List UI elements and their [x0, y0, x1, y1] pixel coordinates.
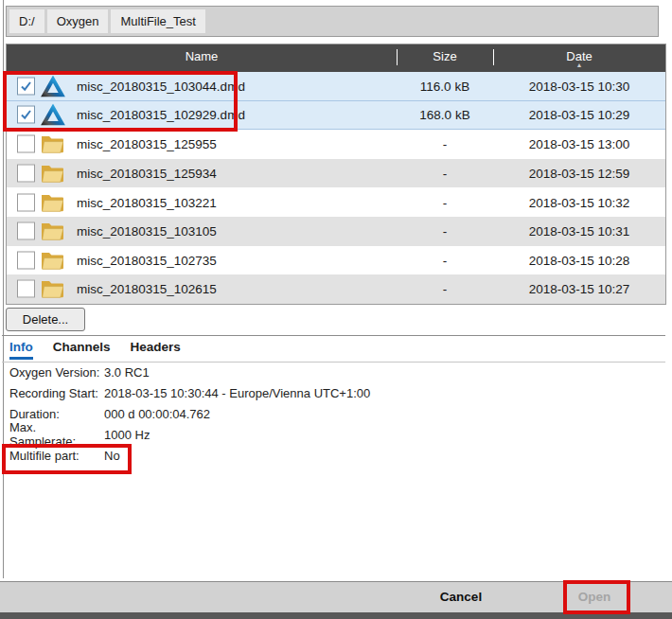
open-button[interactable]: Open: [565, 582, 624, 611]
file-date: 2018-03-15 10:28: [493, 253, 665, 267]
info-value: 3.0 RC1: [104, 365, 150, 380]
table-row[interactable]: misc_20180315_125934 - 2018-03-15 12:59: [7, 159, 665, 188]
row-checkbox[interactable]: [17, 222, 35, 240]
sort-ascending-icon: ▲: [493, 62, 665, 69]
file-table: Name Size Date ▲ misc_20180315_103044.dm…: [6, 44, 666, 305]
file-date: 2018-03-15 13:00: [493, 137, 665, 151]
table-row[interactable]: misc_20180315_125955 - 2018-03-15 13:00: [7, 130, 665, 159]
detail-tabs: Info Channels Headers: [9, 340, 181, 360]
row-checkbox-checked[interactable]: [17, 106, 35, 124]
info-field-duration: Duration: 000 d 00:00:04.762: [9, 403, 663, 424]
row-checkbox[interactable]: [17, 135, 35, 153]
file-size: 116.0 kB: [397, 79, 493, 93]
info-field-oxygen-version: Oxygen Version: 3.0 RC1: [9, 362, 663, 382]
table-row[interactable]: misc_20180315_102735 - 2018-03-15 10:28: [7, 246, 665, 275]
file-size: -: [397, 137, 493, 151]
file-name: misc_20180315_102735: [77, 253, 217, 267]
column-header-name[interactable]: Name: [7, 49, 397, 63]
file-size: 168.0 kB: [397, 108, 493, 122]
section-divider: [2, 335, 665, 336]
file-size: -: [397, 282, 493, 296]
info-value: 2018-03-15 10:30:44 - Europe/Vienna UTC+…: [104, 386, 370, 400]
info-label: Oxygen Version:: [9, 365, 104, 380]
table-row[interactable]: misc_20180315_103105 - 2018-03-15 10:31: [7, 217, 665, 246]
breadcrumb-item-oxygen[interactable]: Oxygen: [47, 9, 109, 33]
info-field-max-samplerate: Max. Samplerate: 1000 Hz: [9, 424, 663, 445]
file-name: misc_20180315_102615: [77, 282, 217, 296]
file-date: 2018-03-15 12:59: [493, 167, 665, 181]
folder-icon: [41, 193, 63, 212]
info-label: Recording Start:: [9, 386, 104, 400]
info-value: 1000 Hz: [104, 428, 150, 442]
row-checkbox[interactable]: [17, 165, 35, 183]
table-row[interactable]: misc_20180315_103044.dmd 116.0 kB 2018-0…: [7, 72, 665, 101]
file-date: 2018-03-15 10:29: [493, 108, 665, 122]
table-row[interactable]: misc_20180315_102929.dmd 168.0 kB 2018-0…: [7, 101, 665, 131]
file-name: misc_20180315_102929.dmd: [77, 108, 245, 122]
table-header: Name Size Date ▲: [7, 44, 665, 72]
row-checkbox[interactable]: [17, 280, 35, 298]
folder-icon: [41, 221, 63, 240]
folder-icon: [41, 279, 63, 298]
file-date: 2018-03-15 10:30: [493, 79, 665, 93]
folder-icon: [41, 164, 63, 183]
info-field-multifile-part: Multifile part: No: [9, 445, 663, 466]
tab-headers[interactable]: Headers: [131, 340, 181, 360]
info-label: Multifile part:: [9, 449, 104, 463]
file-size: -: [397, 167, 493, 181]
file-date: 2018-03-15 10:27: [493, 282, 665, 296]
row-checkbox[interactable]: [17, 251, 35, 269]
folder-icon: [41, 251, 63, 270]
file-size: -: [397, 253, 493, 267]
folder-icon: [41, 134, 63, 153]
info-label: Max. Samplerate:: [9, 420, 104, 449]
tab-channels[interactable]: Channels: [53, 340, 111, 360]
breadcrumb-item-multifile-test[interactable]: MultiFile_Test: [111, 9, 204, 33]
row-checkbox[interactable]: [17, 193, 35, 211]
file-date: 2018-03-15 10:32: [493, 195, 665, 209]
file-name: misc_20180315_125955: [77, 137, 217, 151]
file-name: misc_20180315_103105: [77, 224, 217, 239]
info-label: Duration:: [9, 407, 104, 421]
breadcrumb-item-drive[interactable]: D:/: [9, 9, 44, 33]
file-name: misc_20180315_103044.dmd: [77, 79, 245, 93]
info-field-recording-start: Recording Start: 2018-03-15 10:30:44 - E…: [9, 382, 663, 403]
dmd-file-icon: [41, 104, 65, 126]
info-panel: Oxygen Version: 3.0 RC1 Recording Start:…: [9, 362, 663, 466]
file-name: misc_20180315_125934: [77, 167, 217, 181]
dmd-file-icon: [41, 75, 65, 97]
dialog-left-border: [3, 0, 4, 578]
footer-bottom-strip: [0, 612, 672, 619]
file-name: misc_20180315_103221: [77, 195, 217, 209]
tab-info[interactable]: Info: [9, 340, 33, 360]
cancel-button[interactable]: Cancel: [423, 582, 499, 611]
file-size: -: [397, 195, 493, 209]
table-row[interactable]: misc_20180315_103221 - 2018-03-15 10:32: [7, 187, 665, 217]
column-header-size[interactable]: Size: [397, 49, 493, 63]
table-row[interactable]: misc_20180315_102615 - 2018-03-15 10:27: [7, 274, 665, 304]
row-checkbox-checked[interactable]: [17, 77, 35, 95]
info-value: 000 d 00:00:04.762: [104, 407, 210, 421]
info-value: No: [104, 449, 120, 463]
file-size: -: [397, 224, 493, 239]
delete-button[interactable]: Delete...: [6, 308, 85, 331]
file-date: 2018-03-15 10:31: [493, 224, 665, 239]
breadcrumb: D:/ Oxygen MultiFile_Test: [6, 6, 659, 37]
